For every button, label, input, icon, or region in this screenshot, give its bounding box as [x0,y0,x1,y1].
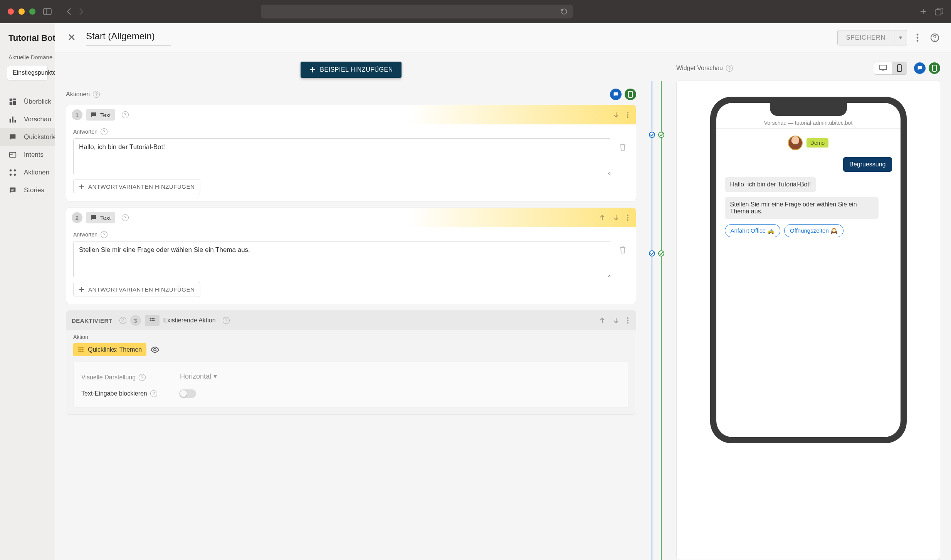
channel-phone-icon[interactable] [929,62,940,74]
add-example-button[interactable]: BEISPIEL HINZUFÜGEN [301,62,401,78]
help-icon[interactable]: ? [93,91,100,98]
tabs-icon[interactable] [935,8,943,15]
svg-point-14 [14,169,16,172]
preview-label: Widget Vorschau [676,65,723,72]
block-input-toggle[interactable] [179,389,196,398]
answer-textarea-1[interactable] [73,138,611,175]
help-icon[interactable]: ? [101,128,108,135]
plus-icon [309,66,316,73]
svg-rect-59 [933,65,936,71]
help-icon[interactable]: ? [122,111,129,118]
help-icon[interactable]: ? [119,317,126,324]
delete-answer-icon[interactable] [617,141,629,154]
sidebar-item-preview[interactable]: Vorschau [0,111,55,128]
svg-rect-6 [13,99,16,101]
aktion-label: Aktion [73,334,88,340]
help-icon[interactable]: ? [101,231,108,238]
timeline-check-icon [658,250,664,257]
sidebar-item-quickstories[interactable]: Quickstories [0,128,55,146]
save-dropdown-caret[interactable]: ▾ [894,30,907,45]
actions-column: BEISPIEL HINZUFÜGEN Aktionen ? 1 [66,62,636,560]
preview-column: Widget Vorschau ? Vorschau — tutorial-ad… [676,62,940,560]
svg-rect-56 [880,65,887,70]
channel-timeline [647,62,665,560]
window-minimize[interactable] [18,8,25,15]
text-icon [90,214,97,221]
help-icon[interactable]: ? [139,374,146,381]
action-menu-icon[interactable] [625,213,630,223]
action-type-chip[interactable]: Text [86,109,115,121]
svg-point-13 [10,169,12,172]
move-up-icon[interactable] [597,315,607,325]
quick-reply-oeffnungszeiten[interactable]: Öffnungszeiten 🕰️ [784,224,843,237]
svg-point-40 [150,320,151,321]
svg-rect-8 [10,102,12,105]
mobile-view-button[interactable] [892,62,907,74]
step-number: 1 [72,109,82,120]
move-down-icon[interactable] [611,213,621,223]
sidebar-label: Aktionen [24,169,49,176]
intents-icon [8,151,17,159]
quick-reply-anfahrt[interactable]: Anfahrt Office 🚕 [725,224,781,237]
svg-point-52 [78,351,80,352]
help-icon[interactable]: ? [150,390,157,397]
window-zoom[interactable] [29,8,35,15]
help-icon[interactable] [928,31,942,45]
close-editor-button[interactable]: ✕ [64,30,79,45]
more-menu-icon[interactable] [914,31,921,44]
move-up-icon[interactable] [597,213,607,223]
add-variant-button[interactable]: ANTWORTVARIANTEN HINZUFÜGEN [73,282,200,297]
help-icon[interactable]: ? [726,65,733,72]
svg-point-43 [627,317,628,319]
svg-point-16 [14,174,16,176]
new-tab-icon[interactable] [919,8,927,15]
move-down-icon[interactable] [611,315,621,325]
window-close[interactable] [8,8,14,15]
url-bar[interactable] [261,5,573,18]
answer-textarea-2[interactable] [73,241,611,278]
action-head: 2 Text ? [66,208,636,227]
story-title-input[interactable]: Start (Allgemein) [86,29,171,46]
save-button[interactable]: SPEICHERN ▾ [837,30,907,45]
visibility-icon[interactable] [150,346,160,353]
phone-notch [770,103,847,116]
help-icon[interactable]: ? [122,214,129,221]
forward-button[interactable] [79,8,84,15]
quicklinks-chip[interactable]: Quicklinks: Themen [73,343,146,356]
phone-screen: Vorschau — tutorial-admin.ubitec.bot Dem… [716,103,901,437]
help-icon[interactable]: ? [223,317,230,324]
save-label: SPEICHERN [838,34,894,41]
layout-dropdown[interactable]: Horizontal ▾ [179,371,218,383]
plus-icon [79,184,84,189]
channel-phone-icon[interactable] [625,89,636,100]
move-down-icon[interactable] [611,110,621,120]
sidebar-item-actions[interactable]: Aktionen [0,164,55,181]
add-variant-button[interactable]: ANTWORTVARIANTEN HINZUFÜGEN [73,179,200,194]
action-menu-icon[interactable] [625,110,630,120]
action-type-chip[interactable]: Text [86,212,115,223]
svg-point-29 [627,116,628,118]
action-menu-icon[interactable] [625,315,630,325]
svg-point-54 [82,351,84,352]
channel-chat-icon[interactable] [914,62,926,74]
delete-answer-icon[interactable] [617,243,629,257]
sidebar-item-stories[interactable]: Stories [0,181,55,199]
dashboard-icon [8,97,17,106]
chart-icon [8,115,17,124]
answers-label: Antworten [73,129,97,135]
svg-rect-5 [10,99,12,101]
reload-icon[interactable] [561,8,568,15]
action-type-chip[interactable] [145,315,160,326]
svg-point-27 [627,112,628,113]
back-button[interactable] [66,8,72,15]
svg-rect-4 [935,10,941,15]
entrypoints-pill[interactable]: Einstiegspunkte [7,65,48,80]
sidebar-label: Intents [24,151,44,159]
sidebar-label: Quickstories [24,133,55,141]
svg-point-48 [82,347,84,349]
desktop-view-button[interactable] [874,62,892,74]
sidebar-item-intents[interactable]: Intents [0,146,55,164]
sidebar-toggle-icon[interactable] [43,8,52,15]
channel-chat-icon[interactable] [610,89,622,100]
sidebar-item-overview[interactable]: Überblick [0,93,55,111]
